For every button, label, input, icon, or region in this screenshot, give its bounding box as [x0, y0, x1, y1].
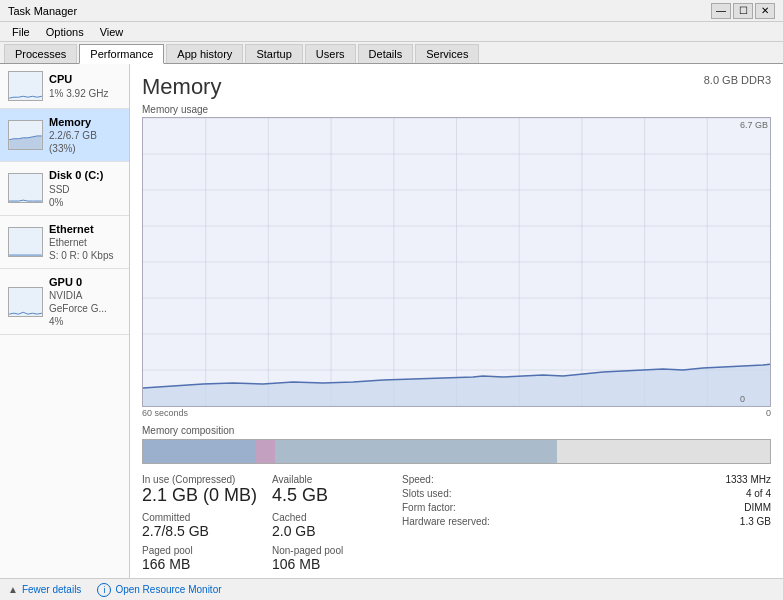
cpu-detail: 1% 3.92 GHz — [49, 87, 108, 100]
stat-speed-label: Speed: — [402, 474, 434, 485]
menu-file[interactable]: File — [4, 24, 38, 40]
chart-top-label: Memory usage — [142, 104, 771, 115]
stat-nonpaged: Non-paged pool 106 MB — [272, 545, 392, 572]
stat-cached-label: Cached — [272, 512, 392, 523]
tab-users[interactable]: Users — [305, 44, 356, 63]
sidebar-item-cpu[interactable]: CPU 1% 3.92 GHz — [0, 64, 129, 109]
stat-committed: Committed 2.7/8.5 GB — [142, 512, 262, 539]
comp-inuse — [143, 440, 256, 463]
stats-col2: Available 4.5 GB Cached 2.0 GB Non-paged… — [272, 474, 392, 572]
ethernet-detail1: Ethernet — [49, 236, 113, 249]
stat-hwreserved-row: Hardware reserved: 1.3 GB — [402, 516, 771, 527]
memory-mini-chart — [8, 120, 43, 150]
chart-y-max: 6.7 GB — [740, 120, 768, 130]
content-spec: 8.0 GB DDR3 — [704, 74, 771, 86]
content-title: Memory — [142, 74, 221, 100]
comp-standby — [275, 440, 557, 463]
title-bar: Task Manager — ☐ ✕ — [0, 0, 783, 22]
comp-modified — [256, 440, 275, 463]
fewer-details-label: Fewer details — [22, 584, 81, 595]
stat-cached: Cached 2.0 GB — [272, 512, 392, 539]
comp-free — [557, 440, 770, 463]
stat-formfactor-value: DIMM — [744, 502, 771, 513]
stat-slots-row: Slots used: 4 of 4 — [402, 488, 771, 499]
memory-comp-label: Memory composition — [142, 425, 771, 436]
stat-hwreserved-label: Hardware reserved: — [402, 516, 490, 527]
close-button[interactable]: ✕ — [755, 3, 775, 19]
ethernet-label: Ethernet Ethernet S: 0 R: 0 Kbps — [49, 222, 113, 262]
stat-hwreserved-value: 1.3 GB — [740, 516, 771, 527]
resource-monitor-link[interactable]: Open Resource Monitor — [115, 584, 221, 595]
sidebar-item-memory[interactable]: Memory 2.2/6.7 GB (33%) — [0, 109, 129, 162]
tab-processes[interactable]: Processes — [4, 44, 77, 63]
stat-committed-label: Committed — [142, 512, 262, 523]
stat-formfactor-label: Form factor: — [402, 502, 456, 513]
menu-options[interactable]: Options — [38, 24, 92, 40]
memory-name: Memory — [49, 115, 121, 129]
stats-col3: Speed: 1333 MHz Slots used: 4 of 4 Form … — [402, 474, 771, 572]
stat-slots-label: Slots used: — [402, 488, 451, 499]
tab-apphistory[interactable]: App history — [166, 44, 243, 63]
resource-monitor-container[interactable]: i Open Resource Monitor — [97, 583, 221, 597]
disk-mini-chart — [8, 173, 43, 203]
title-bar-controls: — ☐ ✕ — [711, 3, 775, 19]
sidebar: CPU 1% 3.92 GHz Memory 2.2/6.7 GB (33%) — [0, 64, 130, 578]
cpu-label: CPU 1% 3.92 GHz — [49, 72, 108, 99]
tab-details[interactable]: Details — [358, 44, 414, 63]
content-header: Memory 8.0 GB DDR3 — [142, 74, 771, 100]
ethernet-detail2: S: 0 R: 0 Kbps — [49, 249, 113, 262]
memory-comp-bar — [142, 439, 771, 464]
sidebar-item-disk[interactable]: Disk 0 (C:) SSD 0% — [0, 162, 129, 215]
memory-detail: 2.2/6.7 GB (33%) — [49, 129, 121, 155]
svg-rect-4 — [9, 228, 42, 256]
gpu-mini-chart — [8, 287, 43, 317]
disk-detail2: 0% — [49, 196, 103, 209]
tab-performance[interactable]: Performance — [79, 44, 164, 64]
cpu-name: CPU — [49, 72, 108, 86]
memory-label: Memory 2.2/6.7 GB (33%) — [49, 115, 121, 155]
disk-name: Disk 0 (C:) — [49, 168, 103, 182]
gpu-detail2: 4% — [49, 315, 121, 328]
chart-x-start: 60 seconds — [142, 408, 188, 418]
fewer-details-link[interactable]: Fewer details — [22, 584, 81, 595]
chart-y-labels: 6.7 GB 0 — [740, 118, 768, 406]
sidebar-item-ethernet[interactable]: Ethernet Ethernet S: 0 R: 0 Kbps — [0, 216, 129, 269]
tab-services[interactable]: Services — [415, 44, 479, 63]
maximize-button[interactable]: ☐ — [733, 3, 753, 19]
ethernet-mini-chart — [8, 227, 43, 257]
stats-col1: In use (Compressed) 2.1 GB (0 MB) Commit… — [142, 474, 262, 572]
stat-inuse-label: In use (Compressed) — [142, 474, 262, 485]
ethernet-name: Ethernet — [49, 222, 113, 236]
main-area: CPU 1% 3.92 GHz Memory 2.2/6.7 GB (33%) — [0, 64, 783, 578]
gpu-label: GPU 0 NVIDIA GeForce G... 4% — [49, 275, 121, 328]
arrow-icon: ▲ — [8, 584, 18, 595]
stat-paged-label: Paged pool — [142, 545, 262, 556]
bottom-bar: ▲ Fewer details i Open Resource Monitor — [0, 578, 783, 600]
memory-composition-section: Memory composition — [142, 425, 771, 464]
stat-speed-row: Speed: 1333 MHz — [402, 474, 771, 485]
stat-nonpaged-label: Non-paged pool — [272, 545, 392, 556]
svg-rect-3 — [9, 174, 42, 202]
cpu-mini-chart — [8, 71, 43, 101]
resource-monitor-label: Open Resource Monitor — [115, 584, 221, 595]
chart-x-end: 0 — [766, 408, 771, 418]
tab-startup[interactable]: Startup — [245, 44, 302, 63]
title-bar-title: Task Manager — [8, 5, 711, 17]
stat-available: Available 4.5 GB — [272, 474, 392, 506]
content-area: Memory 8.0 GB DDR3 Memory usage — [130, 64, 783, 578]
stat-inuse: In use (Compressed) 2.1 GB (0 MB) — [142, 474, 262, 506]
stats-grid: In use (Compressed) 2.1 GB (0 MB) Commit… — [142, 474, 771, 572]
svg-rect-5 — [9, 288, 42, 316]
disk-detail1: SSD — [49, 183, 103, 196]
stat-available-label: Available — [272, 474, 392, 485]
menu-view[interactable]: View — [92, 24, 132, 40]
disk-label: Disk 0 (C:) SSD 0% — [49, 168, 103, 208]
chart-x-labels: 60 seconds 0 — [142, 407, 771, 419]
stat-formfactor-row: Form factor: DIMM — [402, 502, 771, 513]
stat-cached-value: 2.0 GB — [272, 523, 392, 539]
stat-inuse-value: 2.1 GB (0 MB) — [142, 485, 262, 506]
minimize-button[interactable]: — — [711, 3, 731, 19]
memory-chart: 6.7 GB 0 — [142, 117, 771, 407]
sidebar-item-gpu[interactable]: GPU 0 NVIDIA GeForce G... 4% — [0, 269, 129, 335]
fewer-details-container[interactable]: ▲ Fewer details — [8, 584, 81, 595]
